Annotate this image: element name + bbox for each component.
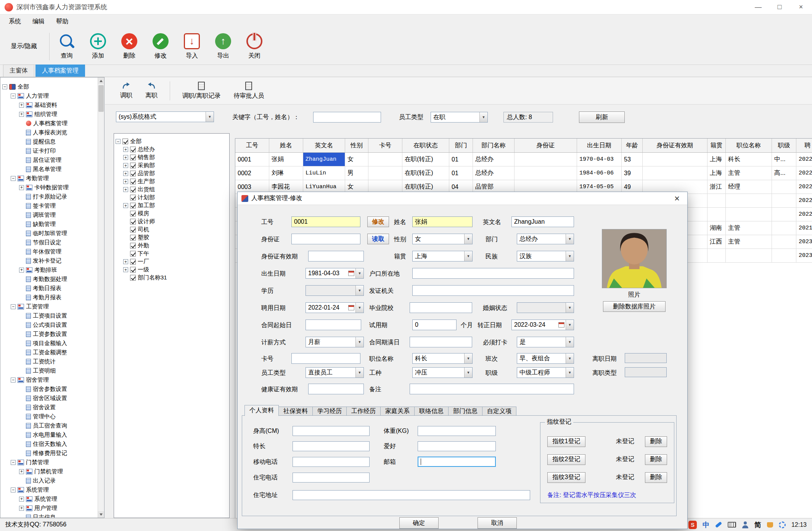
column-header[interactable]: 在职状态 [402,139,449,152]
export-button[interactable]: 导出 [207,29,239,64]
nav-tree-item[interactable]: − 系统管理 [2,485,96,494]
show-hide-toggle[interactable]: 显示/隐藏 [0,42,48,50]
id-card-input[interactable] [291,234,360,244]
dialog-tab[interactable]: 自定义项 [482,407,516,416]
tree-expander-icon[interactable]: + [123,179,128,184]
nav-tree-item[interactable]: 工资项目设置 [2,311,96,320]
modify-button[interactable]: 修改 [367,216,389,227]
checkbox-checked-icon[interactable] [130,251,136,257]
keyboard-icon[interactable] [728,522,736,528]
contract-end-input[interactable] [410,337,472,347]
nav-tree-item[interactable]: 缺勤管理 [2,220,96,229]
health-valid-input[interactable] [308,384,364,394]
phone-icon[interactable] [715,521,722,528]
weight-input[interactable] [418,426,496,436]
position-select[interactable]: 科长▼ [412,353,473,364]
nav-tree-item[interactable]: 水电用量输入 [2,430,96,439]
work-type-select[interactable]: 冲压▼ [412,367,473,378]
nav-tree-item[interactable]: 打卡原始记录 [2,192,96,201]
department-tree-item[interactable]: 模房 [116,210,228,218]
column-header[interactable]: 职级 [772,139,796,152]
fingerprint-register-button[interactable]: 指纹2登记 [547,454,585,465]
nav-tree-item[interactable]: − 工资管理 [2,302,96,311]
tree-expander-icon[interactable]: + [123,163,128,168]
department-tree-item[interactable]: 司机 [116,226,228,234]
nav-tree-item[interactable]: 调班管理 [2,210,96,220]
tree-expander-icon[interactable]: + [19,112,24,117]
tree-expander-icon[interactable]: − [11,460,16,465]
checkbox-checked-icon[interactable] [130,211,136,216]
read-id-button[interactable]: 读取 [367,234,389,244]
dialog-tab[interactable]: 联络信息 [414,407,449,416]
department-tree-item[interactable]: + 出货组 [116,186,228,194]
ok-button[interactable]: 确定 [399,517,439,529]
column-header[interactable]: 出生日期 [577,139,622,152]
dialog-tab[interactable]: 部门信息 [448,407,482,416]
resign-button[interactable]: 离职 [141,81,161,100]
nav-tree-item[interactable]: 考勤数据处理 [2,274,96,284]
tree-expander-icon[interactable]: + [19,268,24,273]
nav-tree-item[interactable]: 考勤月报表 [2,293,96,302]
gender-select[interactable]: 女▼ [412,234,473,244]
checkbox-checked-icon[interactable] [130,219,136,224]
nav-tree-item[interactable]: 出入记录 [2,476,96,485]
checkbox-checked-icon[interactable] [130,163,136,168]
transfer-button[interactable]: 调职 [116,81,136,100]
tree-expander-icon[interactable]: + [19,469,24,474]
department-tree-item[interactable]: 部门名称31 [116,274,228,282]
ethnic-select[interactable]: 汉族▼ [517,251,574,261]
department-tree-item[interactable]: + 采购部 [116,161,228,169]
tree-expander-icon[interactable]: − [11,304,16,309]
menu-help[interactable]: 帮助 [50,16,74,27]
table-row[interactable]: 0002 刘琳 LiuLin 男 在职(转正) 01 总经办 1984-06-0… [235,166,812,180]
rank-select[interactable]: 中级工程师▼ [517,367,574,378]
specialty-input[interactable] [293,441,370,451]
pending-approval-button[interactable]: 待审批人员 [230,81,268,101]
department-tree-item[interactable]: 计划部 [116,194,228,202]
id-valid-input[interactable] [308,251,364,261]
checkbox-checked-icon[interactable] [130,227,136,232]
nav-tree-item[interactable]: 发补卡登记 [2,256,96,265]
checkbox-checked-icon[interactable] [130,179,136,184]
birth-date-picker[interactable]: 1981-04-03 ▼ [306,268,364,279]
transfer-resign-records-button[interactable]: 调职/离职记录 [178,81,224,101]
tab-main-window[interactable]: 主窗体 [3,65,34,77]
checkbox-checked-icon[interactable] [130,235,136,240]
checkbox-checked-icon[interactable] [130,203,136,208]
nav-tree-item[interactable]: 考勤日报表 [2,284,96,293]
checkbox-checked-icon[interactable] [122,139,128,144]
tree-expander-icon[interactable]: + [19,497,24,502]
nav-tree-item[interactable]: 人事报表浏览 [2,128,96,137]
card-no-input[interactable] [291,353,360,364]
department-tree-item[interactable]: + 加工部 [116,202,228,210]
remark-input[interactable] [410,384,574,394]
minimize-button[interactable]: — [754,3,762,11]
column-header[interactable]: 部门名称 [473,139,515,152]
nav-tree-item[interactable]: 居住证管理 [2,155,96,165]
tree-expander-icon[interactable]: − [11,94,16,98]
nav-tree-item[interactable]: 提醒信息 [2,137,96,146]
cancel-button[interactable]: 取消 [478,517,517,529]
column-header[interactable]: 聘 [796,139,812,152]
nav-tree-item[interactable]: 公式项目设置 [2,320,96,329]
tree-expander-icon[interactable]: − [11,378,16,383]
department-tree-item[interactable]: 设计师 [116,218,228,226]
department-tree-item[interactable]: 塑胶 [116,234,228,242]
dept-select[interactable]: 总经办▼ [517,234,574,244]
nav-tree-item[interactable]: 黑名单管理 [2,165,96,174]
column-header[interactable]: 部门 [449,139,473,152]
residence-input[interactable] [412,268,574,279]
hobby-input[interactable] [418,441,496,451]
tree-expander-icon[interactable]: + [123,259,128,264]
column-header[interactable]: 年龄 [622,139,643,152]
column-header[interactable]: 姓名 [269,139,303,152]
fingerprint-register-button[interactable]: 指纹1登记 [547,436,585,447]
simplified-chinese-icon[interactable]: 简 [754,520,761,529]
dialog-close-button[interactable]: × [671,193,683,204]
regular-date-picker[interactable]: 2022-03-24 ▼ [511,320,574,330]
checkbox-checked-icon[interactable] [130,147,136,152]
bucket-icon[interactable] [767,522,773,528]
nav-tree-item[interactable]: − 考勤管理 [2,174,96,183]
column-header[interactable]: 身份证 [515,139,577,152]
column-header[interactable]: 职位名称 [726,139,772,152]
